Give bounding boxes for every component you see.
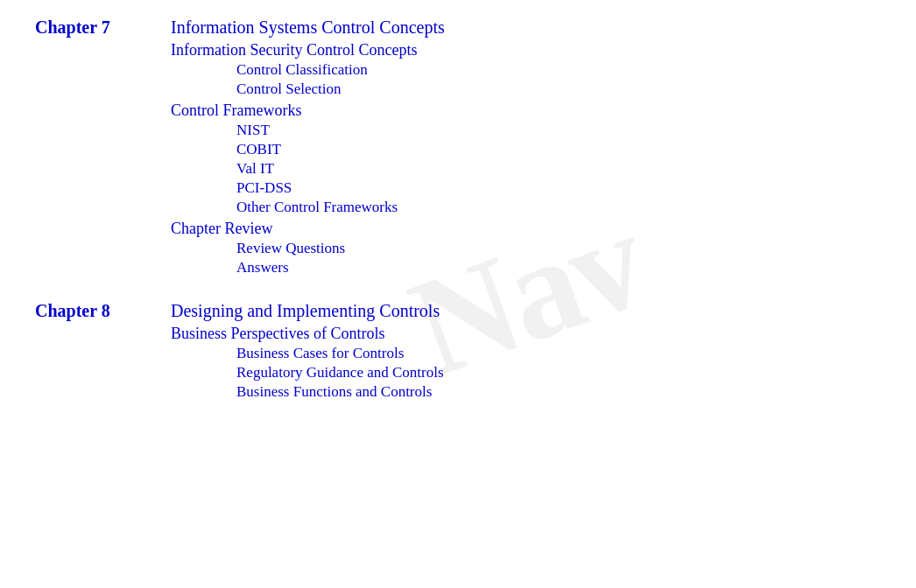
section-7-2[interactable]: Control Frameworks bbox=[171, 102, 881, 120]
chapter-8-entry[interactable]: Chapter 8 Designing and Implementing Con… bbox=[35, 301, 881, 321]
subsection-7-2-2-label: COBIT bbox=[236, 141, 281, 158]
section-8-1[interactable]: Business Perspectives of Controls bbox=[171, 325, 881, 343]
chapter-7-label: Chapter 7 bbox=[35, 18, 171, 38]
subsection-7-2-4-label: PCI-DSS bbox=[236, 179, 292, 196]
section-7-3[interactable]: Chapter Review bbox=[171, 220, 881, 238]
section-8-1-label: Business Perspectives of Controls bbox=[171, 325, 385, 342]
subsection-7-3-2-label: Answers bbox=[236, 259, 289, 276]
subsection-8-1-3[interactable]: Business Functions and Controls bbox=[236, 383, 881, 401]
chapter-7-block: Chapter 7 Information Systems Control Co… bbox=[35, 18, 881, 276]
subsection-8-1-3-label: Business Functions and Controls bbox=[236, 383, 432, 400]
section-7-1-label: Information Security Control Concepts bbox=[171, 41, 417, 59]
subsection-7-1-2[interactable]: Control Selection bbox=[236, 80, 881, 98]
subsection-7-1-2-label: Control Selection bbox=[236, 80, 341, 97]
subsection-8-1-2-label: Regulatory Guidance and Controls bbox=[236, 364, 444, 381]
subsection-7-2-5[interactable]: Other Control Frameworks bbox=[236, 199, 881, 216]
subsection-7-2-2[interactable]: COBIT bbox=[236, 141, 881, 158]
subsection-7-1-1-label: Control Classification bbox=[236, 61, 368, 78]
subsection-7-2-1[interactable]: NIST bbox=[236, 122, 881, 139]
subsection-7-2-3-label: Val IT bbox=[236, 160, 274, 177]
subsection-7-3-2[interactable]: Answers bbox=[236, 259, 881, 276]
subsection-8-1-2[interactable]: Regulatory Guidance and Controls bbox=[236, 364, 881, 382]
subsection-8-1-1-label: Business Cases for Controls bbox=[236, 345, 404, 361]
section-7-3-label: Chapter Review bbox=[171, 220, 272, 237]
subsection-8-1-1[interactable]: Business Cases for Controls bbox=[236, 345, 881, 362]
section-7-2-label: Control Frameworks bbox=[171, 102, 301, 119]
chapter-7-title: Information Systems Control Concepts bbox=[171, 18, 445, 38]
chapter-8-title: Designing and Implementing Controls bbox=[171, 301, 440, 321]
subsection-7-2-5-label: Other Control Frameworks bbox=[236, 199, 398, 215]
chapter-8-block: Chapter 8 Designing and Implementing Con… bbox=[35, 301, 881, 401]
subsection-7-2-1-label: NIST bbox=[236, 122, 270, 138]
subsection-7-3-1[interactable]: Review Questions bbox=[236, 240, 881, 257]
chapter-7-entry[interactable]: Chapter 7 Information Systems Control Co… bbox=[35, 18, 881, 38]
subsection-7-2-3[interactable]: Val IT bbox=[236, 160, 881, 178]
subsection-7-2-4[interactable]: PCI-DSS bbox=[236, 179, 881, 197]
toc-container: Chapter 7 Information Systems Control Co… bbox=[0, 0, 916, 443]
subsection-7-3-1-label: Review Questions bbox=[236, 240, 345, 256]
section-7-1[interactable]: Information Security Control Concepts bbox=[171, 41, 881, 60]
subsection-7-1-1[interactable]: Control Classification bbox=[236, 61, 881, 79]
chapter-8-label: Chapter 8 bbox=[35, 301, 171, 321]
